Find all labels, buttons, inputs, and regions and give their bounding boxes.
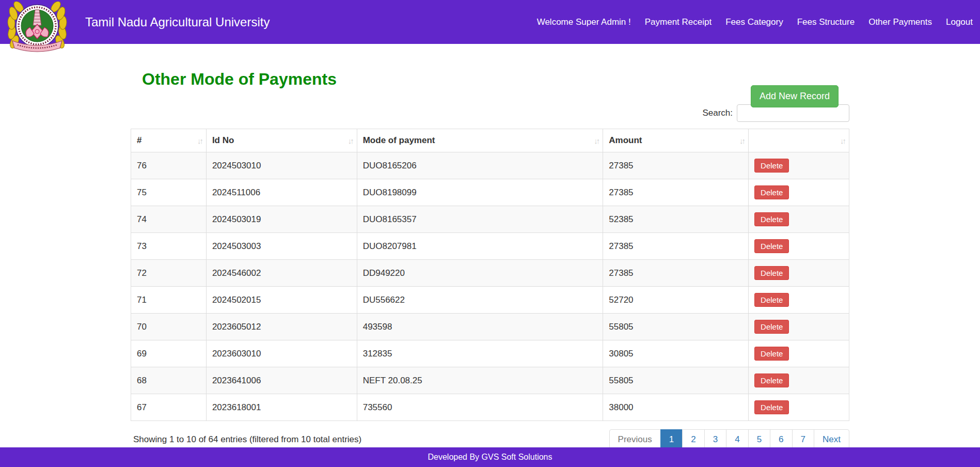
app-title: Tamil Nadu Agricultural University	[85, 15, 270, 29]
delete-button[interactable]: Delete	[754, 320, 789, 334]
column-header-actions[interactable]: ↓↑	[749, 129, 849, 152]
cell-amount: 27385	[603, 152, 749, 179]
cell-num: 73	[131, 233, 207, 260]
pagination-next[interactable]: Next	[814, 429, 849, 450]
cell-mode: DUO8198099	[357, 179, 603, 206]
cell-amount: 27385	[603, 179, 749, 206]
delete-button[interactable]: Delete	[754, 212, 789, 226]
cell-actions: Delete	[749, 287, 849, 314]
delete-button[interactable]: Delete	[754, 185, 789, 199]
cell-id-no: 2024503010	[206, 152, 357, 179]
cell-mode: DUO8207981	[357, 233, 603, 260]
table-row: 68 2023641006 NEFT 20.08.25 55805 Delete	[131, 367, 849, 394]
university-logo	[5, 2, 69, 55]
main-nav: Welcome Super Admin ! Payment Receipt Fe…	[537, 17, 973, 27]
cell-id-no: 2023605012	[206, 314, 357, 340]
pagination-page-2[interactable]: 2	[682, 429, 704, 450]
nav-welcome-text: Welcome Super Admin !	[537, 17, 631, 27]
cell-amount: 55805	[603, 367, 749, 394]
nav-other-payments[interactable]: Other Payments	[868, 17, 932, 27]
cell-num: 76	[131, 152, 207, 179]
table-row: 73 2024503003 DUO8207981 27385 Delete	[131, 233, 849, 260]
pagination-page-1[interactable]: 1	[660, 429, 683, 450]
nav-logout[interactable]: Logout	[946, 17, 973, 27]
search-bar: Search:	[131, 104, 849, 122]
cell-amount: 27385	[603, 233, 749, 260]
sort-icon: ↓↑	[739, 136, 744, 145]
table-row: 71 2024502015 DU556622 52720 Delete	[131, 287, 849, 314]
cell-mode: DUO8165206	[357, 152, 603, 179]
cell-amount: 38000	[603, 394, 749, 421]
add-new-record-button[interactable]: Add New Record	[751, 85, 839, 107]
cell-id-no: 2024511006	[206, 179, 357, 206]
nav-fees-category[interactable]: Fees Category	[725, 17, 783, 27]
table-row: 76 2024503010 DUO8165206 27385 Delete	[131, 152, 849, 179]
cell-actions: Delete	[749, 394, 849, 421]
delete-button[interactable]: Delete	[754, 159, 789, 173]
nav-fees-structure[interactable]: Fees Structure	[797, 17, 855, 27]
table-footer: Showing 1 to 10 of 64 entries (filtered …	[131, 429, 849, 450]
footer-credit-text: Developed By GVS Soft Solutions	[428, 453, 552, 461]
payments-table: # ↓↑ Id No ↓↑ Mode of payment ↓↑ Amount …	[131, 129, 849, 421]
delete-button[interactable]: Delete	[754, 400, 789, 414]
cell-actions: Delete	[749, 260, 849, 287]
cell-amount: 52720	[603, 287, 749, 314]
pagination: Previous 1 2 3 4 5 6 7 Next	[609, 429, 849, 450]
search-label: Search:	[702, 108, 733, 118]
column-header-id-no[interactable]: Id No ↓↑	[206, 129, 357, 152]
cell-mode: DD949220	[357, 260, 603, 287]
cell-id-no: 2024503003	[206, 233, 357, 260]
cell-id-no: 2023603010	[206, 340, 357, 367]
cell-id-no: 2023618001	[206, 394, 357, 421]
showing-entries-text: Showing 1 to 10 of 64 entries (filtered …	[131, 434, 361, 445]
cell-id-no: 2023641006	[206, 367, 357, 394]
cell-mode: 493598	[357, 314, 603, 340]
cell-actions: Delete	[749, 233, 849, 260]
sort-icon: ↓↑	[348, 136, 353, 145]
cell-mode: NEFT 20.08.25	[357, 367, 603, 394]
delete-button[interactable]: Delete	[754, 293, 789, 307]
cell-mode: 735560	[357, 394, 603, 421]
table-row: 70 2023605012 493598 55805 Delete	[131, 314, 849, 340]
column-header-mode[interactable]: Mode of payment ↓↑	[357, 129, 603, 152]
pagination-page-5[interactable]: 5	[748, 429, 770, 450]
cell-num: 72	[131, 260, 207, 287]
pagination-page-3[interactable]: 3	[704, 429, 726, 450]
cell-mode: DUO8165357	[357, 206, 603, 233]
cell-amount: 55805	[603, 314, 749, 340]
table-row: 74 2024503019 DUO8165357 52385 Delete	[131, 206, 849, 233]
column-header-amount[interactable]: Amount ↓↑	[603, 129, 749, 152]
sort-icon: ↓↑	[594, 136, 598, 145]
nav-payment-receipt[interactable]: Payment Receipt	[645, 17, 712, 27]
cell-num: 74	[131, 206, 207, 233]
sort-icon: ↓↑	[840, 136, 845, 145]
footer-credit-bar: Developed By GVS Soft Solutions	[0, 447, 980, 467]
cell-actions: Delete	[749, 367, 849, 394]
cell-amount: 27385	[603, 260, 749, 287]
cell-actions: Delete	[749, 314, 849, 340]
pagination-page-7[interactable]: 7	[792, 429, 814, 450]
cell-num: 71	[131, 287, 207, 314]
delete-button[interactable]: Delete	[754, 373, 789, 387]
pagination-previous[interactable]: Previous	[609, 429, 661, 450]
column-header-num[interactable]: # ↓↑	[131, 129, 207, 152]
delete-button[interactable]: Delete	[754, 347, 789, 361]
cell-id-no: 2024502015	[206, 287, 357, 314]
top-navbar: Tamil Nadu Agricultural University Welco…	[0, 0, 980, 44]
pagination-page-4[interactable]: 4	[726, 429, 748, 450]
sort-icon: ↓↑	[197, 136, 202, 145]
cell-mode: 312835	[357, 340, 603, 367]
delete-button[interactable]: Delete	[754, 239, 789, 253]
pagination-page-6[interactable]: 6	[770, 429, 792, 450]
cell-num: 75	[131, 179, 207, 206]
cell-num: 67	[131, 394, 207, 421]
cell-id-no: 2024546002	[206, 260, 357, 287]
main-content: Add New Record Other Mode of Payments Se…	[131, 70, 849, 450]
cell-mode: DU556622	[357, 287, 603, 314]
university-emblem-icon	[5, 2, 69, 55]
page-title: Other Mode of Payments	[142, 70, 849, 89]
cell-actions: Delete	[749, 340, 849, 367]
cell-id-no: 2024503019	[206, 206, 357, 233]
delete-button[interactable]: Delete	[754, 266, 789, 280]
cell-actions: Delete	[749, 206, 849, 233]
